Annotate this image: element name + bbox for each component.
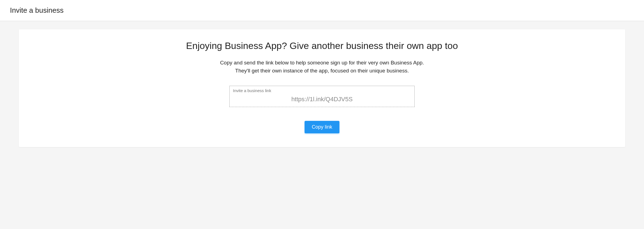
description-line-2: They'll get their own instance of the ap… xyxy=(235,68,409,74)
page-title: Invite a business xyxy=(10,6,634,15)
copy-link-button[interactable]: Copy link xyxy=(305,121,339,133)
invite-link-input[interactable] xyxy=(233,96,411,103)
description-line-1: Copy and send the link below to help som… xyxy=(220,60,424,66)
invite-link-field-wrapper: Invite a business link xyxy=(229,86,415,107)
content-area: Enjoying Business App? Give another busi… xyxy=(0,21,644,155)
card-heading: Enjoying Business App? Give another busi… xyxy=(33,40,611,51)
page-header: Invite a business xyxy=(0,0,644,21)
card-description: Copy and send the link below to help som… xyxy=(33,59,611,75)
invite-link-label: Invite a business link xyxy=(233,88,411,93)
invite-card: Enjoying Business App? Give another busi… xyxy=(19,29,625,147)
